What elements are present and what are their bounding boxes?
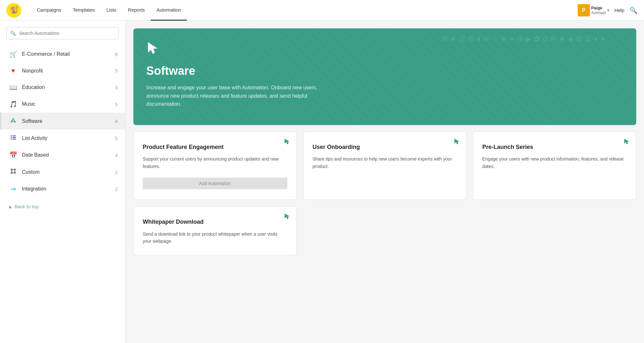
- chevron-down-icon: ▾: [607, 8, 609, 13]
- template-card-whitepaper[interactable]: Whitepaper Download Send a download link…: [133, 206, 297, 255]
- svg-point-9: [14, 169, 15, 170]
- sidebar-count-education: 3: [115, 85, 118, 90]
- sidebar-label-integration: Integration: [22, 186, 111, 192]
- user-info: Paige Animalz: [591, 5, 606, 15]
- sidebar-search-icon: 🔍: [10, 31, 16, 36]
- sidebar-item-ecommerce[interactable]: 🛒 E-Commerce / Retail 8: [0, 46, 125, 63]
- integration-icon: ⇒: [9, 185, 17, 193]
- sidebar-label-custom: Custom: [22, 169, 111, 175]
- list-activity-icon: [9, 134, 17, 142]
- user-menu[interactable]: P Paige Animalz ▾: [578, 4, 609, 16]
- content-area: ✉★☰⚙♦ ✉☆⊕✦⊞ ▶✿⊙✉★ ◈⚙☰♦✦ Software Increas…: [126, 21, 644, 343]
- template-desc-3: Send a download link to your product whi…: [143, 230, 287, 245]
- logo[interactable]: 🐒: [6, 3, 21, 18]
- sidebar-search-wrapper: 🔍: [6, 27, 119, 39]
- sidebar-label-date-based: Date Based: [22, 152, 111, 158]
- nav-campaigns[interactable]: Campaigns: [31, 0, 67, 21]
- software-icon: [9, 117, 17, 125]
- sidebar: 🔍 🛒 E-Commerce / Retail 8 ♥ Nonprofit 5 …: [0, 21, 126, 343]
- sidebar-item-music[interactable]: 🎵 Music 5: [0, 96, 125, 113]
- sidebar-item-nonprofit[interactable]: ♥ Nonprofit 5: [0, 63, 125, 79]
- sidebar-count-integration: 2: [115, 186, 118, 192]
- top-navigation: 🐒 Campaigns Templates Lists Reports Auto…: [0, 0, 644, 21]
- template-title-1: User Onboarding: [312, 143, 457, 151]
- card-cursor-icon-1: [454, 138, 460, 146]
- template-title-0: Product Feature Engagement: [143, 143, 287, 151]
- avatar: P: [578, 4, 590, 16]
- card-cursor-icon-3: [284, 213, 290, 221]
- svg-point-11: [14, 172, 15, 173]
- hero-cursor-icon: [146, 41, 623, 58]
- template-desc-2: Engage your users with new product infor…: [482, 155, 627, 170]
- user-org: Animalz: [591, 10, 606, 15]
- ecommerce-icon: 🛒: [9, 50, 17, 58]
- hero-card: ✉★☰⚙♦ ✉☆⊕✦⊞ ▶✿⊙✉★ ◈⚙☰♦✦ Software Increas…: [133, 28, 636, 125]
- sidebar-label-software: Software: [22, 118, 111, 124]
- sidebar-label-list-activity: List Activity: [22, 135, 111, 141]
- sidebar-count-custom: 1: [115, 169, 118, 175]
- sidebar-item-list-activity[interactable]: List Activity 5: [0, 130, 125, 147]
- sidebar-item-date-based[interactable]: 📅 Date Based 4: [0, 147, 125, 163]
- back-to-top-link[interactable]: ▲ Back to top: [8, 204, 118, 209]
- nav-lists[interactable]: Lists: [101, 0, 122, 21]
- search-icon[interactable]: 🔍: [630, 6, 638, 14]
- user-name: Paige: [591, 5, 606, 10]
- help-link[interactable]: Help: [614, 7, 624, 13]
- hero-title: Software: [146, 64, 623, 78]
- sidebar-label-music: Music: [22, 101, 111, 107]
- music-icon: 🎵: [9, 100, 17, 108]
- nav-right: P Paige Animalz ▾ Help 🔍: [578, 4, 638, 16]
- sidebar-count-software: 4: [115, 118, 118, 124]
- nav-templates[interactable]: Templates: [67, 0, 101, 21]
- template-card-product-feature[interactable]: Product Feature Engagement Support your …: [133, 132, 297, 200]
- chevron-up-icon: ▲: [8, 204, 13, 209]
- svg-rect-2: [11, 135, 12, 136]
- add-automation-button-0[interactable]: Add Automation: [143, 178, 287, 189]
- svg-rect-3: [13, 135, 16, 136]
- custom-icon: [9, 168, 17, 176]
- sidebar-label-nonprofit: Nonprofit: [22, 68, 111, 74]
- template-title-3: Whitepaper Download: [143, 218, 287, 226]
- svg-point-10: [11, 172, 12, 173]
- sidebar-count-nonprofit: 5: [115, 68, 118, 74]
- sidebar-count-date-based: 4: [115, 152, 118, 158]
- template-desc-0: Support your current users by announcing…: [143, 155, 287, 170]
- template-grid: Product Feature Engagement Support your …: [133, 132, 636, 255]
- template-desc-1: Share tips and resources to help new use…: [312, 155, 457, 170]
- sidebar-count-ecommerce: 8: [115, 52, 118, 57]
- nav-reports[interactable]: Reports: [122, 0, 151, 21]
- template-card-pre-launch[interactable]: Pre-Launch Series Engage your users with…: [473, 132, 636, 200]
- svg-point-8: [11, 169, 12, 170]
- sidebar-item-education[interactable]: 📖 Education 3: [0, 79, 125, 96]
- template-card-user-onboarding[interactable]: User Onboarding Share tips and resources…: [303, 132, 466, 200]
- date-based-icon: 📅: [9, 151, 17, 159]
- sidebar-label-education: Education: [22, 84, 111, 90]
- nav-items: Campaigns Templates Lists Reports Automa…: [31, 0, 187, 21]
- svg-rect-7: [13, 139, 16, 140]
- hero-description: Increase and engage your user base with …: [146, 83, 340, 108]
- svg-rect-5: [13, 137, 16, 138]
- svg-rect-4: [11, 137, 12, 138]
- sidebar-footer: ▲ Back to top: [0, 197, 125, 216]
- svg-rect-6: [11, 139, 12, 140]
- sidebar-item-custom[interactable]: Custom 1: [0, 163, 125, 181]
- sidebar-label-ecommerce: E-Commerce / Retail: [22, 51, 111, 57]
- sidebar-item-software[interactable]: Software 4: [0, 113, 125, 130]
- nav-automation[interactable]: Automation: [151, 0, 187, 21]
- card-cursor-icon-0: [284, 138, 290, 146]
- nonprofit-icon: ♥: [9, 67, 17, 74]
- education-icon: 📖: [9, 83, 17, 91]
- main-layout: 🔍 🛒 E-Commerce / Retail 8 ♥ Nonprofit 5 …: [0, 21, 644, 343]
- template-title-2: Pre-Launch Series: [482, 143, 627, 151]
- svg-text:🐒: 🐒: [10, 5, 19, 14]
- sidebar-item-integration[interactable]: ⇒ Integration 2: [0, 181, 125, 197]
- card-cursor-icon-2: [624, 138, 630, 146]
- sidebar-count-music: 5: [115, 102, 118, 107]
- sidebar-count-list-activity: 5: [115, 135, 118, 141]
- sidebar-search-input[interactable]: [6, 27, 119, 39]
